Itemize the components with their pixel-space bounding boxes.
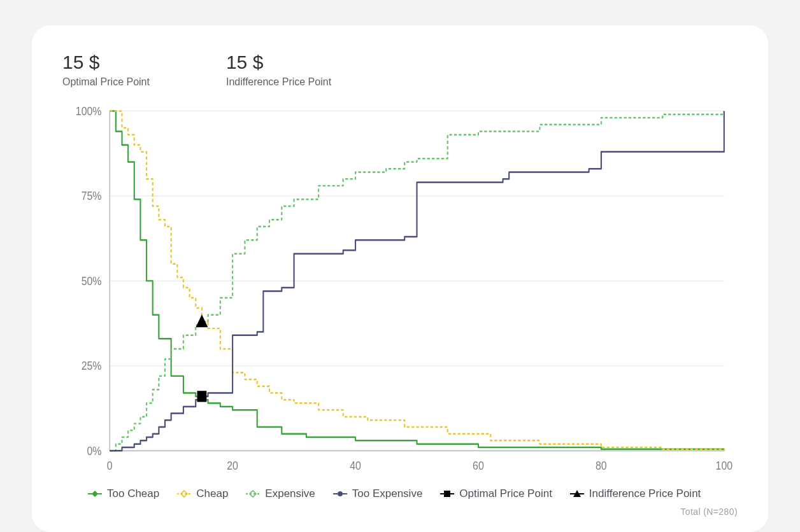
metric-optimal-value: 15 $ <box>62 51 150 74</box>
footer-total: Total (N=280) <box>62 507 738 517</box>
diamond-filled-icon <box>88 489 102 498</box>
legend-ipp: Indifference Price Point <box>570 487 701 500</box>
metric-optimal-label: Optimal Price Point <box>62 76 150 88</box>
svg-text:50%: 50% <box>82 274 102 288</box>
page-background: 15 $ Optimal Price Point 15 $ Indifferen… <box>0 0 800 532</box>
legend-label: Expensive <box>265 487 315 500</box>
metric-indiff-label: Indifference Price Point <box>226 76 331 88</box>
diamond-outline-icon <box>177 489 191 498</box>
chart-area: 0%25%50%75%100%020406080100 Too Cheap Ch… <box>62 103 738 517</box>
svg-text:75%: 75% <box>82 189 102 203</box>
square-marker-icon <box>440 489 454 498</box>
svg-point-27 <box>338 491 343 496</box>
metric-indiff-value: 15 $ <box>226 51 331 74</box>
svg-text:100: 100 <box>716 459 732 473</box>
metric-indiff: 15 $ Indifference Price Point <box>226 51 331 88</box>
legend-expensive: Expensive <box>246 487 315 500</box>
svg-text:0%: 0% <box>87 444 102 458</box>
svg-text:20: 20 <box>227 459 238 473</box>
svg-marker-21 <box>92 491 98 497</box>
legend-label: Too Expensive <box>352 487 423 500</box>
chart-card: 15 $ Optimal Price Point 15 $ Indifferen… <box>32 25 768 532</box>
legend-too-cheap: Too Cheap <box>88 487 159 500</box>
legend-label: Too Cheap <box>107 487 159 500</box>
legend-cheap: Cheap <box>177 487 228 500</box>
svg-text:0: 0 <box>107 459 113 473</box>
triangle-marker-icon <box>570 489 584 498</box>
legend-label: Indifference Price Point <box>589 487 701 500</box>
svg-text:100%: 100% <box>76 104 102 118</box>
chart-legend: Too Cheap Cheap Expensive <box>62 487 738 500</box>
svg-text:80: 80 <box>596 459 607 473</box>
legend-label: Cheap <box>196 487 228 500</box>
svg-text:25%: 25% <box>82 359 102 373</box>
legend-too-expensive: Too Expensive <box>333 487 423 500</box>
svg-rect-29 <box>444 491 450 497</box>
metric-optimal: 15 $ Optimal Price Point <box>62 51 150 88</box>
svg-text:60: 60 <box>473 459 484 473</box>
legend-label: Optimal Price Point <box>459 487 552 500</box>
metrics-row: 15 $ Optimal Price Point 15 $ Indifferen… <box>62 51 738 88</box>
legend-opp: Optimal Price Point <box>440 487 552 500</box>
circle-filled-icon <box>333 489 347 498</box>
svg-text:40: 40 <box>350 459 361 473</box>
van-westendorp-chart: 0%25%50%75%100%020406080100 <box>62 103 738 482</box>
svg-rect-18 <box>197 391 206 402</box>
diamond-outline-icon <box>246 489 260 498</box>
